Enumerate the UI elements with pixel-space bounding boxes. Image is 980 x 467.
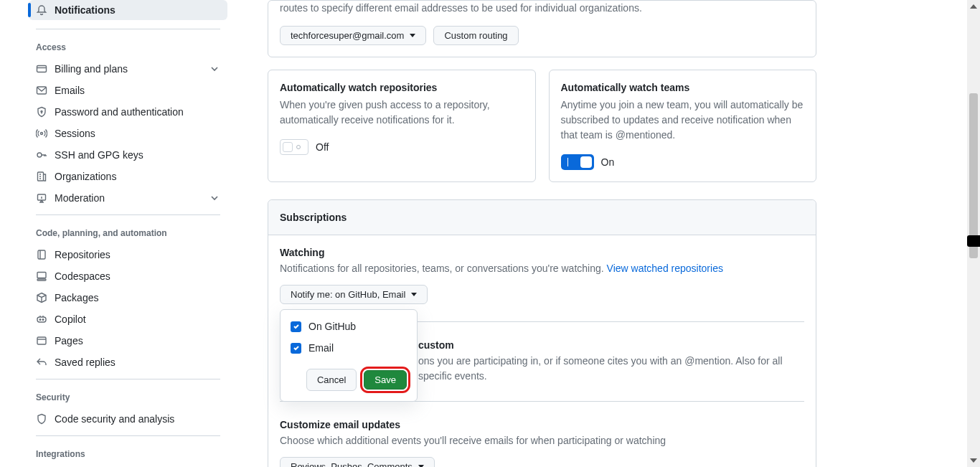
cancel-button[interactable]: Cancel (306, 369, 357, 391)
sidebar-item-packages[interactable]: Packages (29, 287, 227, 308)
save-button[interactable]: Save (364, 370, 407, 390)
sidebar-item-label: SSH and GPG keys (55, 149, 143, 161)
card-title: Automatically watch repositories (280, 82, 524, 93)
browser-icon (36, 335, 47, 346)
organization-icon (36, 171, 47, 182)
sidebar-item-label: Sessions (55, 128, 95, 139)
sidebar-item-label: Codespaces (55, 270, 110, 282)
notify-option-github[interactable]: On GitHub (281, 316, 417, 337)
reply-icon (36, 357, 47, 368)
svg-rect-9 (37, 279, 46, 280)
sidebar-item-label: Repositories (55, 249, 110, 260)
sidebar-item-label: Emails (55, 85, 85, 96)
panel-header: Subscriptions (268, 200, 816, 235)
sidebar-heading-code: Code, planning, and automation (29, 222, 227, 244)
shield-icon (36, 413, 47, 425)
sidebar-item-label: Moderation (55, 192, 105, 204)
sidebar-item-label: Code security and analysis (55, 413, 174, 425)
mail-icon (36, 85, 47, 96)
sidebar-heading-integrations: Integrations (29, 443, 227, 465)
auto-watch-repos-card: Automatically watch repositories When yo… (268, 70, 536, 182)
notify-option-email[interactable]: Email (281, 337, 417, 359)
scrollbar-down-button[interactable] (967, 454, 980, 467)
notify-dropdown-menu: On GitHub Email Cancel Save (280, 309, 418, 402)
scrollbar-marker (967, 235, 980, 247)
vertical-scrollbar[interactable] (967, 0, 980, 467)
repo-icon (36, 249, 47, 260)
chevron-down-icon (209, 192, 220, 204)
checkbox-checked-icon (291, 343, 301, 354)
sidebar-item-password[interactable]: Password and authentication (29, 101, 227, 123)
auto-watch-teams-card: Automatically watch teams Anytime you jo… (549, 70, 817, 182)
sidebar-item-copilot[interactable]: Copilot (29, 308, 227, 330)
sidebar-item-codespaces[interactable]: Codespaces (29, 265, 227, 287)
watching-title: Watching (280, 247, 804, 258)
svg-point-3 (41, 133, 43, 135)
report-icon (36, 192, 47, 204)
sidebar-heading-access: Access (29, 37, 227, 58)
sidebar-item-notifications[interactable]: Notifications (29, 0, 227, 20)
sidebar-item-label: Copilot (55, 313, 86, 325)
toggle-state-label: Off (316, 141, 329, 153)
caret-down-icon (410, 34, 415, 37)
settings-sidebar: Notifications Access Billing and plans E… (0, 0, 233, 467)
card-title: Automatically watch teams (561, 82, 805, 93)
watching-notify-dropdown[interactable]: Notify me: on GitHub, Email (280, 285, 428, 304)
participating-title: custom (418, 339, 804, 351)
sidebar-item-label: Saved replies (55, 357, 116, 368)
sidebar-heading-security: Security (29, 387, 227, 408)
toggle-state-label: On (601, 156, 615, 168)
default-email-dropdown[interactable]: techforcesuper@gmail.com (280, 26, 426, 45)
card-desc: Anytime you join a new team, you will au… (561, 98, 805, 143)
sidebar-item-organizations[interactable]: Organizations (29, 166, 227, 187)
sidebar-item-label: Packages (55, 292, 98, 303)
watching-desc: Notifications for all repositories, team… (280, 261, 804, 276)
shield-lock-icon (36, 106, 47, 118)
card-desc: When you're given push access to a repos… (280, 98, 524, 128)
participating-desc: ons you are participating in, or if some… (418, 354, 804, 384)
sidebar-item-label: Organizations (55, 171, 116, 182)
email-routing-desc: routes to specify different email addres… (280, 1, 804, 16)
sidebar-item-label: Password and authentication (55, 106, 184, 118)
sidebar-item-code-security[interactable]: Code security and analysis (29, 408, 227, 430)
customize-desc: Choose which additional events you'll re… (280, 433, 804, 448)
svg-point-12 (42, 319, 44, 321)
sidebar-item-sessions[interactable]: Sessions (29, 123, 227, 144)
sidebar-item-saved-replies[interactable]: Saved replies (29, 352, 227, 373)
sidebar-item-repositories[interactable]: Repositories (29, 244, 227, 265)
main-content: routes to specify different email addres… (233, 0, 816, 467)
scrollbar-thumb[interactable] (969, 93, 978, 258)
custom-routing-button[interactable]: Custom routing (433, 26, 518, 45)
svg-point-11 (39, 319, 41, 321)
sidebar-item-ssh-keys[interactable]: SSH and GPG keys (29, 144, 227, 166)
svg-rect-0 (37, 66, 47, 72)
broadcast-icon (36, 128, 47, 139)
svg-rect-13 (37, 337, 46, 344)
sidebar-item-pages[interactable]: Pages (29, 330, 227, 352)
svg-rect-8 (37, 273, 46, 278)
sidebar-item-label: Pages (55, 335, 83, 346)
sidebar-item-emails[interactable]: Emails (29, 80, 227, 101)
caret-down-icon (411, 293, 417, 296)
sidebar-item-label: Notifications (55, 4, 116, 16)
scrollbar-up-button[interactable] (967, 0, 980, 13)
auto-watch-repos-toggle[interactable] (280, 139, 308, 155)
chevron-down-icon (209, 63, 220, 75)
copilot-icon (36, 313, 47, 325)
svg-rect-10 (37, 317, 46, 322)
auto-watch-teams-toggle[interactable] (561, 154, 594, 170)
key-icon (36, 149, 47, 161)
sidebar-item-moderation[interactable]: Moderation (29, 187, 227, 209)
save-button-highlight: Save (362, 369, 408, 391)
customize-email-dropdown[interactable]: Reviews, Pushes, Comments (280, 457, 435, 467)
credit-card-icon (36, 63, 47, 75)
svg-point-2 (41, 111, 42, 113)
svg-rect-7 (38, 250, 45, 259)
svg-point-4 (37, 153, 42, 157)
checkbox-checked-icon (291, 321, 301, 332)
customize-title: Customize email updates (280, 419, 804, 430)
sidebar-item-billing[interactable]: Billing and plans (29, 58, 227, 80)
view-watched-link[interactable]: View watched repositories (607, 263, 723, 274)
default-email-card: routes to specify different email addres… (268, 0, 816, 57)
subscriptions-panel: Subscriptions Watching Notifications for… (268, 199, 816, 467)
